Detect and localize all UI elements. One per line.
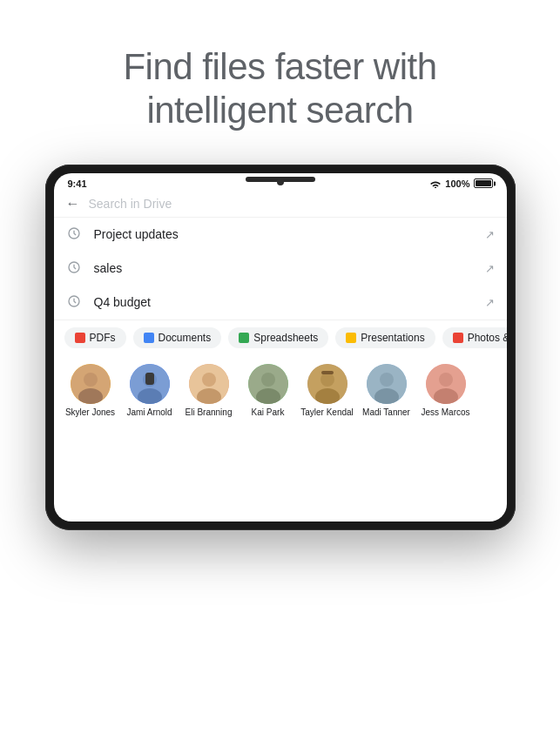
clock-icon — [66, 294, 82, 311]
chip-label: Presentations — [361, 332, 424, 344]
people-row: Skyler Jones Jami Arnold — [54, 355, 507, 423]
chip-color-spreadsheets — [239, 333, 249, 343]
recent-searches-list: Project updates ↗ sales ↗ — [54, 218, 507, 320]
back-button[interactable]: ← — [66, 196, 80, 212]
battery-fill — [476, 180, 491, 186]
person-name: Jess Marcos — [421, 407, 469, 418]
tablet-camera — [277, 178, 284, 185]
svg-point-5 — [84, 373, 98, 387]
search-arrow-icon: ↗ — [485, 228, 495, 241]
battery-icon — [474, 178, 493, 188]
search-item[interactable]: sales ↗ — [54, 252, 507, 286]
avatar — [248, 364, 288, 404]
wifi-icon — [429, 179, 442, 188]
search-text: sales — [94, 261, 473, 275]
chip-color-photos — [453, 333, 463, 343]
person-item[interactable]: Jami Arnold — [120, 364, 179, 418]
chip-label: PDFs — [90, 332, 116, 344]
person-item[interactable]: Madi Tanner — [357, 364, 416, 418]
person-name: Tayler Kendal — [300, 407, 354, 418]
chip-label: Spreadsheets — [253, 332, 318, 344]
avatar — [307, 364, 347, 404]
svg-point-0 — [435, 187, 437, 188]
search-item[interactable]: Q4 budget ↗ — [54, 286, 507, 320]
search-arrow-icon: ↗ — [485, 262, 495, 275]
chip-photos[interactable]: Photos & Images — [442, 327, 507, 348]
hero-line2: intelligent search — [146, 90, 413, 131]
tablet-frame: 9:41 100% ← Search in Drive — [45, 165, 516, 530]
person-name: Madi Tanner — [362, 407, 410, 418]
svg-point-15 — [261, 373, 275, 387]
status-icons: 100% — [429, 178, 492, 189]
person-item[interactable]: Tayler Kendal — [298, 364, 357, 418]
chip-pdfs[interactable]: PDFs — [64, 327, 126, 348]
chip-color-documents — [144, 333, 154, 343]
battery-percent: 100% — [445, 178, 469, 189]
filter-chips-row: PDFs Documents Spreadsheets Presentation… — [54, 320, 507, 355]
person-item[interactable]: Jess Marcos — [416, 364, 476, 418]
svg-point-12 — [202, 373, 216, 387]
avatar — [367, 364, 407, 404]
search-item[interactable]: Project updates ↗ — [54, 218, 507, 252]
search-text: Q4 budget — [94, 295, 473, 309]
person-name: Eli Branning — [186, 407, 233, 418]
status-time: 9:41 — [68, 178, 87, 189]
chip-label: Documents — [159, 332, 212, 344]
person-name: Kai Park — [252, 407, 285, 418]
chip-label: Photos & Images — [468, 332, 507, 344]
hero-title: Find files faster with intelligent searc… — [123, 45, 436, 133]
chip-color-presentations — [346, 333, 356, 343]
person-item[interactable]: Skyler Jones — [61, 364, 120, 418]
avatar — [426, 364, 466, 404]
search-text: Project updates — [94, 227, 473, 241]
svg-point-22 — [380, 373, 394, 387]
svg-point-25 — [439, 373, 453, 387]
avatar — [71, 364, 111, 404]
search-arrow-icon: ↗ — [485, 296, 495, 309]
avatar — [130, 364, 170, 404]
hero-line1: Find files faster with — [123, 46, 436, 87]
svg-rect-20 — [321, 371, 334, 374]
person-name: Skyler Jones — [65, 407, 115, 418]
search-bar[interactable]: ← Search in Drive — [54, 191, 507, 218]
svg-point-18 — [320, 373, 334, 387]
svg-rect-10 — [145, 373, 154, 385]
chip-spreadsheets[interactable]: Spreadsheets — [228, 327, 328, 348]
person-item[interactable]: Kai Park — [239, 364, 298, 418]
chip-color-pdfs — [75, 333, 85, 343]
search-input[interactable]: Search in Drive — [89, 197, 495, 211]
chip-documents[interactable]: Documents — [133, 327, 222, 348]
hero-section: Find files faster with intelligent searc… — [123, 0, 436, 165]
clock-icon — [66, 260, 82, 277]
person-name: Jami Arnold — [126, 407, 172, 418]
clock-icon — [66, 226, 82, 243]
tablet-screen: 9:41 100% ← Search in Drive — [54, 173, 507, 522]
avatar — [189, 364, 229, 404]
chip-presentations[interactable]: Presentations — [335, 327, 435, 348]
person-item[interactable]: Eli Branning — [179, 364, 239, 418]
